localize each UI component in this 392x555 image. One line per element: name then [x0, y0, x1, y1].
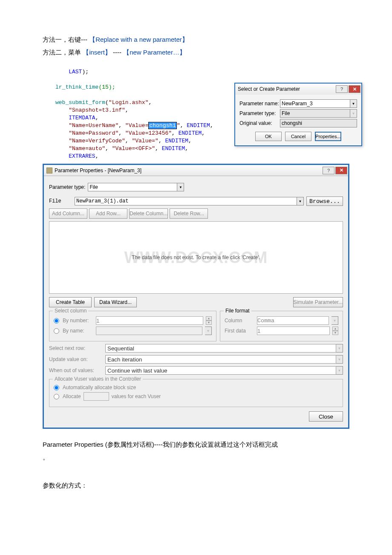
intro2-b1: 【insert】: [83, 49, 111, 56]
param-name-label: Parameter name:: [239, 101, 280, 107]
ff-column-label: Column: [225, 318, 254, 324]
fn-think: lr_think_time: [55, 84, 98, 90]
outof-label: When out of values:: [49, 367, 103, 373]
add-row-button[interactable]: Add Row...: [89, 208, 127, 219]
delete-row-button[interactable]: Delete Row...: [170, 208, 208, 219]
param-name-input[interactable]: [280, 99, 350, 108]
pp-ptype-select[interactable]: [88, 183, 177, 191]
ok-button[interactable]: OK: [255, 132, 282, 141]
outro-dot: 。: [43, 452, 373, 463]
allocate-input[interactable]: [84, 392, 109, 401]
delete-column-button[interactable]: Delete Column...: [129, 208, 168, 219]
dialog-title-text: Select or Create Parameter: [238, 86, 300, 92]
by-name-select[interactable]: [96, 327, 202, 335]
param-type-select[interactable]: [280, 109, 350, 118]
group-allocate-vuser: Allocate Vuser values in the Controller …: [49, 379, 343, 407]
ff-first-label: First data: [225, 328, 254, 334]
properties-button[interactable]: Properties...: [315, 132, 341, 141]
update-select[interactable]: [105, 355, 336, 364]
browse-button[interactable]: Browse...: [306, 197, 343, 206]
close-button[interactable]: Close: [309, 411, 343, 422]
chevron-down-icon[interactable]: ▼: [177, 183, 184, 191]
intro2-b2: 【new Parameter…】: [123, 49, 186, 56]
ff-column-select[interactable]: [257, 316, 329, 325]
by-number-radio[interactable]: [54, 318, 59, 324]
next-row-label: Select next row:: [49, 345, 103, 351]
kw-last: LAST: [69, 69, 82, 75]
create-table-button[interactable]: Create Table: [49, 297, 92, 307]
original-value-input: [280, 119, 357, 127]
file-format-legend: File format: [224, 308, 251, 314]
group-select-column: Select column By number: ▲▼ By name: ▼: [49, 311, 216, 341]
chevron-down-icon[interactable]: ▼: [336, 344, 343, 353]
by-name-label: By name:: [63, 328, 93, 334]
dialog-select-or-create: Select or Create Parameter ? ✕ Parameter…: [234, 83, 362, 146]
chevron-down-icon[interactable]: ▼: [336, 366, 343, 375]
intro2-pre: 方法二，菜单: [43, 49, 81, 56]
param-type-label: Parameter type:: [239, 110, 280, 116]
dialog-parameter-properties: Parameter Properties - [NewParam_3] ? ✕ …: [43, 164, 349, 429]
pp-title-bar[interactable]: Parameter Properties - [NewParam_3] ? ✕: [44, 165, 348, 176]
original-value-label: Original value:: [239, 120, 280, 126]
by-number-label: By number:: [63, 318, 93, 324]
select-column-legend: Select column: [53, 308, 88, 314]
window-icon: [46, 168, 52, 173]
pp-title-text: Parameter Properties - [NewParam_3]: [55, 168, 141, 173]
add-column-button[interactable]: Add Column...: [49, 208, 87, 219]
fn-web: web_submit_form: [55, 99, 105, 106]
intro-line-2: 方法二，菜单 【insert】 ---- 【new Parameter…】: [43, 47, 373, 58]
ff-first-input[interactable]: [257, 327, 330, 335]
next-row-select[interactable]: [105, 344, 336, 353]
data-wizard-button[interactable]: Data Wizard...: [94, 297, 137, 307]
close-button[interactable]: ✕: [335, 167, 347, 174]
intro2-mid: ----: [113, 49, 123, 56]
close-button[interactable]: ✕: [349, 85, 360, 93]
intro1-pre: 方法一，右键---: [43, 36, 89, 43]
chevron-down-icon[interactable]: ▼: [331, 316, 338, 325]
outof-select[interactable]: [105, 366, 336, 375]
allocate-label: Allocate: [63, 393, 81, 399]
data-table-area: WWW.DOCX.COM The data file does not exis…: [49, 221, 343, 294]
selected-text[interactable]: chongshi: [148, 122, 176, 129]
group-file-format: File format Column ▼ First data ▲▼: [220, 311, 343, 341]
pp-file-label: File: [49, 198, 72, 204]
update-label: Update value on:: [49, 356, 103, 362]
allocate-radio[interactable]: [54, 394, 59, 399]
simulate-parameter-button[interactable]: Simulate Parameter...: [293, 297, 343, 307]
auto-allocate-label: Automatically allocate block size: [63, 384, 136, 390]
chevron-down-icon[interactable]: ▼: [350, 109, 357, 118]
outro-text-2: 参数化的方式：: [43, 480, 373, 491]
spinner[interactable]: ▲▼: [206, 316, 212, 325]
auto-allocate-radio[interactable]: [54, 385, 59, 390]
help-button[interactable]: ?: [336, 85, 348, 93]
outro-text-1: Parameter Properties (参数属性对话框)----我们的参数化…: [43, 439, 373, 450]
chevron-down-icon[interactable]: ▼: [350, 99, 357, 108]
by-number-input[interactable]: [96, 316, 203, 325]
allocate-suffix: values for each Vuser: [112, 393, 161, 399]
dialog-title-bar[interactable]: Select or Create Parameter ? ✕: [235, 84, 361, 95]
pp-ptype-label: Parameter type:: [49, 184, 85, 190]
allocate-legend: Allocate Vuser values in the Controller: [53, 376, 143, 382]
by-name-radio[interactable]: [54, 328, 59, 334]
spinner[interactable]: ▲▼: [332, 327, 338, 335]
chevron-down-icon[interactable]: ▼: [205, 327, 212, 335]
intro-line-1: 方法一，右键--- 【Replace with a new parameter】: [43, 34, 373, 45]
empty-message: The data file does not exist. To create …: [132, 254, 260, 260]
pp-file-combo[interactable]: [75, 197, 297, 205]
intro1-blue: 【Replace with a new parameter】: [89, 36, 188, 43]
help-button[interactable]: ?: [323, 167, 334, 174]
cancel-button[interactable]: Cancel: [285, 132, 311, 141]
chevron-down-icon[interactable]: ▼: [336, 355, 343, 364]
chevron-down-icon[interactable]: ▼: [297, 197, 304, 205]
